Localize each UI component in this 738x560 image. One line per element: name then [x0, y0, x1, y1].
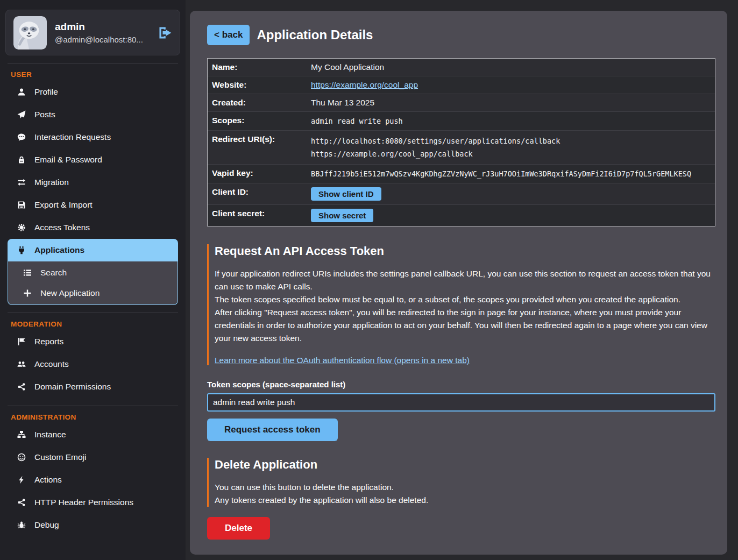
- sidebar-item-instance[interactable]: Instance: [5, 423, 180, 446]
- delete-application-paragraph: Any tokens created by the application wi…: [215, 494, 715, 507]
- sidebar-item-search[interactable]: Search: [8, 263, 178, 283]
- section-divider: [8, 406, 178, 406]
- table-row-label: Website:: [208, 76, 307, 94]
- avatar: [13, 16, 47, 49]
- back-button[interactable]: < back: [207, 25, 250, 45]
- sidebar-item-label: Email & Password: [34, 155, 102, 165]
- table-row-value: https://example.org/cool_app: [307, 76, 715, 94]
- sidebar-item-interaction-requests[interactable]: Interaction Requests: [5, 126, 180, 148]
- nav-section-label-user: USER: [11, 70, 180, 79]
- table-row: Name:My Cool Application: [208, 59, 715, 76]
- paper-plane-icon: [16, 110, 26, 119]
- request-token-section: Request An API Access Token If your appl…: [207, 244, 715, 365]
- comment-dots-icon: [16, 133, 26, 141]
- sidebar-item-label: Accounts: [34, 359, 69, 369]
- sitemap-icon: [16, 430, 26, 439]
- sidebar-item-label: New Application: [40, 288, 100, 298]
- section-divider: [8, 63, 178, 63]
- sidebar-item-posts[interactable]: Posts: [5, 103, 180, 126]
- show-client-id-button[interactable]: Show client ID: [311, 187, 381, 201]
- table-row-label: Scopes:: [208, 112, 307, 129]
- floppy-icon: [16, 201, 26, 209]
- sidebar-item-actions[interactable]: Actions: [5, 469, 180, 491]
- exchange-icon: [16, 178, 26, 187]
- sign-out-icon: [158, 33, 172, 41]
- sidebar: admin @admin@localhost:80... USERProfile…: [0, 0, 186, 560]
- sidebar-item-new-application[interactable]: New Application: [8, 283, 178, 303]
- show-secret-button[interactable]: Show secret: [311, 209, 373, 222]
- oauth-docs-link[interactable]: Learn more about the OAuth authenticatio…: [215, 356, 470, 365]
- sidebar-active-block: ApplicationsSearchNew Application: [8, 239, 178, 305]
- table-row: Client secret:Show secret: [208, 204, 715, 226]
- page-title: Application Details: [257, 27, 373, 42]
- nav-section-label-administration: ADMINISTRATION: [11, 413, 180, 421]
- sidebar-item-export-import[interactable]: Export & Import: [5, 194, 180, 216]
- table-row-value: My Cool Application: [307, 59, 715, 76]
- table-row-label: Created:: [208, 94, 307, 111]
- table-row-label: Client ID:: [208, 183, 307, 201]
- sidebar-item-label: HTTP Header Permissions: [34, 498, 133, 507]
- sidebar-item-profile[interactable]: Profile: [5, 81, 180, 103]
- sidebar-item-label: Profile: [34, 87, 58, 97]
- sidebar-item-reports[interactable]: Reports: [5, 330, 180, 353]
- application-details-table: Name:My Cool ApplicationWebsite:https://…: [207, 58, 715, 226]
- table-row-value: http://localhost:8080/settings/user/appl…: [307, 131, 715, 164]
- request-access-token-button[interactable]: Request access token: [207, 419, 338, 441]
- sidebar-item-access-tokens[interactable]: Access Tokens: [5, 216, 180, 239]
- table-row-label: Redirect URI(s):: [208, 131, 307, 148]
- sidebar-item-label: Interaction Requests: [34, 132, 111, 142]
- sidebar-item-applications[interactable]: Applications: [8, 239, 178, 261]
- share-nodes-icon: [16, 382, 26, 391]
- sidebar-item-http-header-permissions[interactable]: HTTP Header Permissions: [5, 491, 180, 514]
- page-header: < back Application Details: [207, 25, 715, 45]
- sidebar-item-label: Custom Emoji: [34, 452, 86, 462]
- plug-icon: [16, 246, 26, 254]
- table-row: Redirect URI(s):http://localhost:8080/se…: [208, 130, 715, 164]
- table-row-label: Name:: [208, 59, 307, 76]
- table-row-value: BBJffJ219b5iE512m7wQSzv4KgKDhgZZVzNyWC_r…: [307, 165, 715, 183]
- redirect-uri-line: http://localhost:8080/settings/user/appl…: [311, 134, 711, 147]
- sidebar-item-label: Actions: [34, 475, 62, 485]
- request-token-paragraph: If your application redirect URIs includ…: [215, 267, 715, 293]
- request-token-paragraph: The token scopes specified below must be…: [215, 293, 715, 306]
- token-scopes-input[interactable]: [207, 393, 715, 412]
- main-panel: < back Application Details Name:My Cool …: [190, 11, 727, 555]
- table-row-value: Show secret: [307, 205, 715, 226]
- website-link[interactable]: https://example.org/cool_app: [311, 80, 418, 89]
- table-row: Website:https://example.org/cool_app: [208, 76, 715, 94]
- delete-application-paragraph: You can use this button to delete the ap…: [215, 481, 715, 494]
- table-row-label: Client secret:: [208, 205, 307, 222]
- request-token-description: If your application redirect URIs includ…: [215, 267, 715, 345]
- logout-button[interactable]: [158, 26, 172, 40]
- smiley-icon: [16, 453, 26, 462]
- user-icon: [16, 88, 26, 96]
- sidebar-item-custom-emoji[interactable]: Custom Emoji: [5, 446, 180, 469]
- table-row: Scopes:admin read write push: [208, 111, 715, 130]
- sidebar-item-email-password[interactable]: Email & Password: [5, 148, 180, 171]
- oauth-link-row: Learn more about the OAuth authenticatio…: [215, 356, 715, 365]
- redirect-uri-line: https://example.org/cool_app/callback: [311, 147, 711, 160]
- user-handle: @admin@localhost:80...: [55, 35, 150, 44]
- nav-section-label-moderation: MODERATION: [11, 320, 180, 328]
- sidebar-item-label: Migration: [34, 178, 69, 187]
- sidebar-item-accounts[interactable]: Accounts: [5, 353, 180, 375]
- delete-application-section: Delete Application You can use this butt…: [207, 458, 715, 507]
- sidebar-item-label: Applications: [34, 245, 84, 255]
- plus-icon: [22, 289, 32, 297]
- sidebar-item-label: Instance: [34, 430, 66, 440]
- request-token-paragraph: After clicking "Request access token", y…: [215, 306, 715, 345]
- delete-button[interactable]: Delete: [207, 517, 270, 540]
- delete-application-description: You can use this button to delete the ap…: [215, 481, 715, 507]
- table-row-value: Show client ID: [307, 183, 715, 204]
- table-row-value: Thu Mar 13 2025: [307, 94, 715, 111]
- sidebar-item-migration[interactable]: Migration: [5, 171, 180, 194]
- sidebar-item-debug[interactable]: Debug: [5, 514, 180, 536]
- sidebar-item-label: Access Tokens: [34, 223, 90, 232]
- list-icon: [22, 268, 32, 277]
- sidebar-item-domain-permissions[interactable]: Domain Permissions: [5, 375, 180, 398]
- sidebar-item-label: Reports: [34, 337, 63, 346]
- request-token-heading: Request An API Access Token: [215, 244, 715, 258]
- user-card[interactable]: admin @admin@localhost:80...: [5, 10, 180, 55]
- user-meta: admin @admin@localhost:80...: [55, 21, 150, 44]
- table-row: Created:Thu Mar 13 2025: [208, 94, 715, 111]
